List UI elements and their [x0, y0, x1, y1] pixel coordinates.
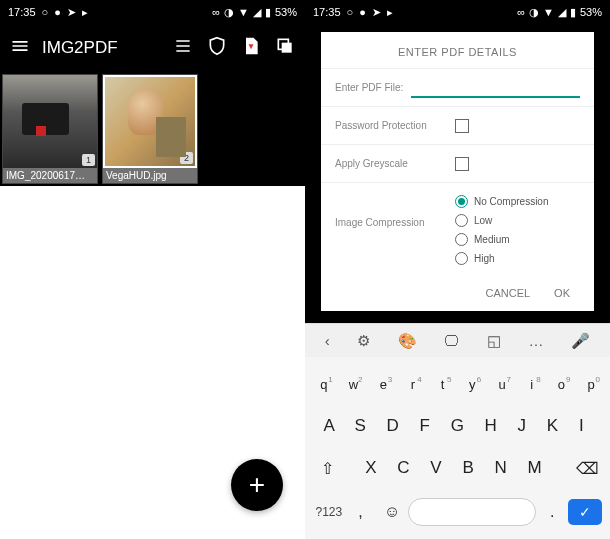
shift-key[interactable]: ⇧ [309, 459, 346, 478]
radio-icon [455, 252, 468, 265]
send-icon: ➤ [372, 6, 381, 19]
whatsapp-icon: ○ [42, 6, 49, 18]
thumbnail-row: 1 IMG_20200617… 2 VegaHUD.jpg [0, 72, 305, 186]
greyscale-row: Apply Greyscale [321, 144, 594, 182]
compression-option-low[interactable]: Low [455, 214, 548, 227]
password-row: Password Protection [321, 106, 594, 144]
volume-icon: ◑ [529, 6, 539, 19]
compression-option-medium[interactable]: Medium [455, 233, 548, 246]
shield-icon[interactable] [207, 36, 227, 60]
list-icon[interactable] [173, 36, 193, 60]
symbols-key[interactable]: ?123 [313, 505, 345, 519]
backspace-key[interactable]: ⌫ [569, 459, 606, 478]
whatsapp-icon: ○ [347, 6, 354, 18]
key-e[interactable]: 3e [368, 377, 398, 392]
clock: 17:35 [8, 6, 36, 18]
link-icon: ∞ [517, 6, 525, 18]
kb-back-icon[interactable]: ‹ [325, 332, 330, 349]
app-bar: IMG2PDF [0, 24, 305, 72]
kb-gear-icon[interactable]: ⚙ [357, 332, 370, 350]
play-icon: ▸ [387, 6, 393, 19]
clock: 17:35 [313, 6, 341, 18]
radio-icon [455, 233, 468, 246]
emoji-key[interactable]: ☺ [376, 503, 408, 521]
key-o[interactable]: 9o [547, 377, 577, 392]
facebook-icon: ● [359, 6, 366, 18]
keyboard-row-1: 1q 2w 3e 4r 5t 6y 7u 8i 9o 0p [305, 363, 610, 405]
play-icon: ▸ [82, 6, 88, 19]
period-key[interactable]: . [536, 503, 568, 521]
enter-key[interactable]: ✓ [568, 499, 602, 525]
volume-icon: ◑ [224, 6, 234, 19]
facebook-icon: ● [54, 6, 61, 18]
thumbnail-image: 1 [3, 75, 97, 168]
key-r[interactable]: 4r [398, 377, 428, 392]
battery-icon: ▮ [570, 6, 576, 19]
radio-icon [455, 214, 468, 227]
keyboard-row-3-keys[interactable]: X C V B N M [346, 458, 569, 478]
radio-icon [455, 195, 468, 208]
kb-palette-icon[interactable]: 🎨 [398, 332, 417, 350]
signal-icon: ◢ [253, 6, 261, 19]
password-label: Password Protection [335, 120, 455, 131]
cancel-button[interactable]: CANCEL [485, 287, 530, 299]
key-y[interactable]: 6y [458, 377, 488, 392]
keyboard-toolbar: ‹ ⚙ 🎨 🖵 ◱ … 🎤 [305, 323, 610, 357]
dialog-actions: CANCEL OK [321, 277, 594, 311]
thumbnail-label: VegaHUD.jpg [103, 168, 197, 183]
pdf-file-input[interactable] [411, 78, 580, 98]
svg-rect-0 [282, 43, 292, 53]
copy-icon[interactable] [275, 36, 295, 60]
battery-icon: ▮ [265, 6, 271, 19]
compression-option-high[interactable]: High [455, 252, 548, 265]
key-p[interactable]: 0p [576, 377, 606, 392]
compression-row: Image Compression No Compression Low Med… [321, 182, 594, 277]
kb-screen-icon[interactable]: 🖵 [444, 332, 459, 349]
phone-right: 17:35 ○ ● ➤ ▸ ∞ ◑ ▼ ◢ ▮ 53% ENTER PDF DE… [305, 0, 610, 539]
app-title: IMG2PDF [42, 38, 161, 58]
thumbnail-badge: 2 [180, 152, 193, 164]
thumbnail-item[interactable]: 1 IMG_20200617… [2, 74, 98, 184]
compression-radio-group: No Compression Low Medium High [455, 195, 548, 265]
key-u[interactable]: 7u [487, 377, 517, 392]
wifi-icon: ▼ [238, 6, 249, 18]
compression-option-none[interactable]: No Compression [455, 195, 548, 208]
thumbnail-item[interactable]: 2 VegaHUD.jpg [102, 74, 198, 184]
send-icon: ➤ [67, 6, 76, 19]
battery-text: 53% [580, 6, 602, 18]
thumbnail-badge: 1 [82, 154, 95, 166]
link-icon: ∞ [212, 6, 220, 18]
ok-button[interactable]: OK [554, 287, 570, 299]
keyboard-row-4: ?123 , ☺ . ✓ [305, 489, 610, 539]
greyscale-checkbox[interactable] [455, 157, 469, 171]
thumbnail-image: 2 [103, 75, 197, 168]
password-checkbox[interactable] [455, 119, 469, 133]
greyscale-label: Apply Greyscale [335, 158, 455, 169]
kb-clipboard-icon[interactable]: ◱ [487, 332, 501, 350]
space-key[interactable] [408, 498, 537, 526]
pdf-file-row: Enter PDF File: [321, 68, 594, 106]
add-fab[interactable]: + [231, 459, 283, 511]
keyboard-row-2: A S D F G H J K I [305, 405, 610, 447]
battery-text: 53% [275, 6, 297, 18]
content-area: 1 IMG_20200617… 2 VegaHUD.jpg + [0, 72, 305, 539]
kb-more-icon[interactable]: … [529, 332, 544, 349]
key-t[interactable]: 5t [428, 377, 458, 392]
pdf-details-dialog: ENTER PDF DETAILS Enter PDF File: Passwo… [321, 32, 594, 311]
comma-key[interactable]: , [345, 503, 377, 521]
key-q[interactable]: 1q [309, 377, 339, 392]
kb-mic-icon[interactable]: 🎤 [571, 332, 590, 350]
wifi-icon: ▼ [543, 6, 554, 18]
key-w[interactable]: 2w [339, 377, 369, 392]
dialog-title: ENTER PDF DETAILS [321, 32, 594, 68]
menu-icon[interactable] [10, 36, 30, 60]
keyboard-row-2-keys[interactable]: A S D F G H J K I [309, 416, 606, 436]
key-i[interactable]: 8i [517, 377, 547, 392]
signal-icon: ◢ [558, 6, 566, 19]
status-bar: 17:35 ○ ● ➤ ▸ ∞ ◑ ▼ ◢ ▮ 53% [305, 0, 610, 24]
compression-label: Image Compression [335, 195, 455, 228]
keyboard: 1q 2w 3e 4r 5t 6y 7u 8i 9o 0p A S D F G … [305, 357, 610, 539]
phone-left: 17:35 ○ ● ➤ ▸ ∞ ◑ ▼ ◢ ▮ 53% IMG2PDF [0, 0, 305, 539]
pdf-icon[interactable] [241, 36, 261, 60]
keyboard-row-3: ⇧ X C V B N M ⌫ [305, 447, 610, 489]
